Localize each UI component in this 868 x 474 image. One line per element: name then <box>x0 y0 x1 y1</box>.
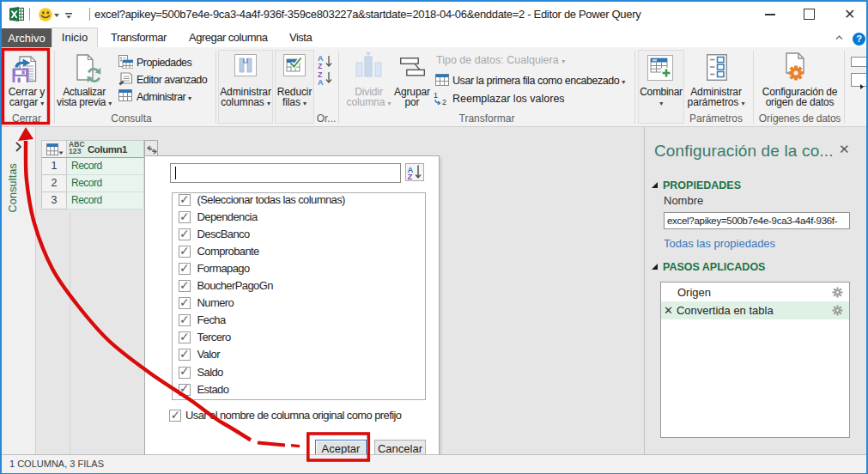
svg-text:Z: Z <box>408 172 413 180</box>
svg-text:1: 1 <box>434 91 438 100</box>
svg-text:Z: Z <box>318 62 323 69</box>
svg-text:2: 2 <box>442 98 446 105</box>
svg-text:A: A <box>318 78 324 85</box>
